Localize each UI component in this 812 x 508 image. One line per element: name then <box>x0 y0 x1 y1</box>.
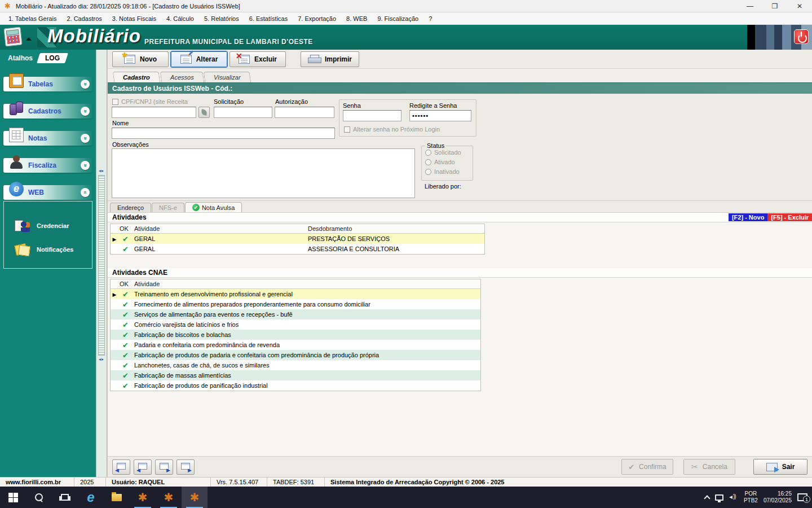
file-explorer-button[interactable] <box>104 487 130 508</box>
language-indicator[interactable]: POR PTB2 <box>744 491 758 504</box>
tab-cadastro[interactable]: Cadastro <box>113 72 160 82</box>
chevron-up-icon[interactable]: » <box>81 188 90 197</box>
chevron-down-icon[interactable]: » <box>81 107 90 116</box>
task-view-button[interactable] <box>52 487 78 508</box>
confirma-button[interactable]: ✔ Confirma <box>621 459 673 475</box>
search-icon <box>35 493 43 501</box>
next-record-button[interactable]: ▶ <box>155 459 173 475</box>
fiorilli-app-button[interactable]: ✱ <box>130 487 156 508</box>
table-row[interactable]: ▶ ✔ GERAL ASSESSORIA E CONSULTORIA <box>111 244 484 254</box>
clock[interactable]: 16:25 07/02/2025 <box>764 491 792 504</box>
sair-button[interactable]: Sair <box>753 459 807 475</box>
tab-nota-avulsa[interactable]: ✔ Nota Avulsa <box>185 202 242 212</box>
tray-chevron-icon[interactable] <box>704 495 710 501</box>
search-button[interactable] <box>26 487 52 508</box>
sidebar-item-tabelas[interactable]: Tabelas » <box>3 77 92 91</box>
sidebar-splitter[interactable]: ◂▸ ◂▸ <box>96 50 107 477</box>
power-icon[interactable] <box>794 29 809 44</box>
internet-explorer-button[interactable]: e <box>78 487 104 508</box>
chevron-down-icon[interactable]: » <box>81 80 90 89</box>
prior-record-button[interactable]: ◀ <box>134 459 152 475</box>
table-row[interactable]: ▶ ✔ GERAL PRESTAÇÃO DE SERVIÇOS <box>111 234 484 244</box>
menu-item[interactable]: 5. Relatórios <box>199 14 244 24</box>
imprimir-button[interactable]: Imprimir <box>301 51 359 67</box>
f5-excluir-hotkey[interactable]: [F5] - Excluir <box>767 213 812 221</box>
radio-ativado[interactable]: Ativado <box>425 159 473 165</box>
sidebar-item-cadastros[interactable]: Cadastros » <box>3 104 92 119</box>
table-row[interactable]: ▶ ✔ Treinamento em desenvolvimento profi… <box>111 289 480 299</box>
redigite-input[interactable] <box>409 110 471 121</box>
solicitacao-label: Solicitação <box>214 98 244 105</box>
table-row[interactable]: ▶ ✔ Lanchonetes, casas de chá, de sucos … <box>111 360 480 370</box>
splitter-grip[interactable] <box>98 175 105 356</box>
radio-solicitado[interactable]: Solicitado <box>425 149 473 156</box>
restore-icon[interactable]: ❐ <box>762 0 787 12</box>
fiorilli-app-button[interactable]: ✱ <box>156 487 182 508</box>
radio-inativado[interactable]: Inativado <box>425 168 473 175</box>
minimize-icon[interactable]: — <box>738 0 762 12</box>
last-record-button[interactable]: ▶ <box>176 459 195 475</box>
sidebar-item-notificacoes[interactable]: Notificações <box>14 242 92 257</box>
log-tab[interactable]: LOG <box>37 53 68 63</box>
cancela-button[interactable]: ✂ Cancela <box>683 459 735 475</box>
splitter-arrows-icon[interactable]: ◂▸ <box>97 357 106 362</box>
start-button[interactable] <box>0 487 26 508</box>
radio-icon <box>425 169 431 175</box>
network-icon[interactable] <box>715 494 723 501</box>
chevron-down-icon[interactable]: » <box>81 161 90 170</box>
sidebar-item-credenciar[interactable]: Credenciar <box>14 218 92 233</box>
atividade-cell: Padaria e confeitaria com predominância … <box>133 341 480 348</box>
cpf-checkbox[interactable]: CPF/CNPJ (site Receita <box>112 98 188 105</box>
tab-visualizar[interactable]: Visualizar <box>204 72 251 82</box>
f2-novo-hotkey[interactable]: [F2] - Novo <box>729 213 767 221</box>
excluir-button[interactable]: ✕ Excluir <box>230 51 286 67</box>
alterar-senha-checkbox[interactable]: Alterar senha no Próximo Login <box>344 126 440 133</box>
site-link[interactable]: www.fiorilli.com.br <box>0 478 74 487</box>
senha-input[interactable] <box>343 110 401 121</box>
sidebar-item-web[interactable]: e WEB » <box>3 185 92 200</box>
menu-item[interactable]: 2. Cadastros <box>61 14 107 24</box>
tab-acessos[interactable]: Acessos <box>160 72 204 82</box>
table-row[interactable]: ▶ ✔ Fabricação de massas alimentícias <box>111 370 480 380</box>
taskbar: e ✱ ✱ ✱ POR PTB2 16:25 07/02/2025 1 <box>0 487 812 508</box>
menu-item[interactable]: 4. Cálculo <box>161 14 199 24</box>
menu-item[interactable]: 1. Tabelas Gerais <box>3 14 61 24</box>
table-row[interactable]: ▶ ✔ Fornecimento de alimentos preparados… <box>111 299 480 309</box>
menu-item[interactable]: 3. Notas Fiscais <box>107 14 161 24</box>
notifications-tray-icon[interactable]: 1 <box>797 493 807 501</box>
sidebar-item-notas[interactable]: Notas » <box>3 131 92 146</box>
autorizacao-label: Autorização <box>275 98 308 105</box>
table-row[interactable]: ▶ ✔ Padaria e confeitaria com predominân… <box>111 340 480 350</box>
menu-item[interactable]: 8. WEB <box>341 14 372 24</box>
tab-nfse[interactable]: NFS-e <box>152 203 184 212</box>
novo-button[interactable]: ★ Novo <box>112 51 169 67</box>
table-row[interactable]: ▶ ✔ Fabricação de produtos de panificaçã… <box>111 380 480 391</box>
table-row[interactable]: ▶ ✔ Comércio varejista de laticínios e f… <box>111 319 480 330</box>
receita-lookup-button[interactable] <box>198 107 210 118</box>
notification-badge: 1 <box>803 496 810 503</box>
nome-input[interactable] <box>112 128 335 139</box>
menu-item[interactable]: ? <box>423 14 437 24</box>
first-record-button[interactable]: ◀ <box>112 459 130 475</box>
close-icon[interactable]: ✕ <box>787 0 812 12</box>
autorizacao-input[interactable] <box>275 107 334 118</box>
chevron-down-icon[interactable]: » <box>81 134 90 143</box>
table-row[interactable]: ▶ ✔ Fabricação de biscoitos e bolachas <box>111 330 480 340</box>
check-icon: ✔ <box>122 291 129 298</box>
menu-item[interactable]: 6. Estatísticas <box>244 14 293 24</box>
tab-endereco[interactable]: Endereço <box>110 203 151 212</box>
sidebar-item-fiscaliza[interactable]: Fiscaliza » <box>3 158 92 173</box>
menu-item[interactable]: 7. Exportação <box>293 14 341 24</box>
solicitacao-input[interactable] <box>214 107 272 118</box>
menu-item[interactable]: 9. Fiscalização <box>372 14 423 24</box>
cpf-input[interactable] <box>112 107 196 118</box>
table-row[interactable]: ▶ ✔ Serviços de alimentação para eventos… <box>111 309 480 319</box>
splitter-arrows-icon[interactable]: ◂▸ <box>97 168 106 173</box>
alterar-button[interactable]: Alterar <box>171 51 227 67</box>
table-row[interactable]: ▶ ✔ Fabricação de produtos de padaria e … <box>111 350 480 360</box>
check-icon: ✔ <box>122 372 129 379</box>
speaker-icon[interactable] <box>729 494 738 501</box>
confirm-icon: ✔ <box>628 463 634 471</box>
fiorilli-app-button-active[interactable]: ✱ <box>182 487 208 508</box>
observacoes-textarea[interactable] <box>112 148 415 198</box>
